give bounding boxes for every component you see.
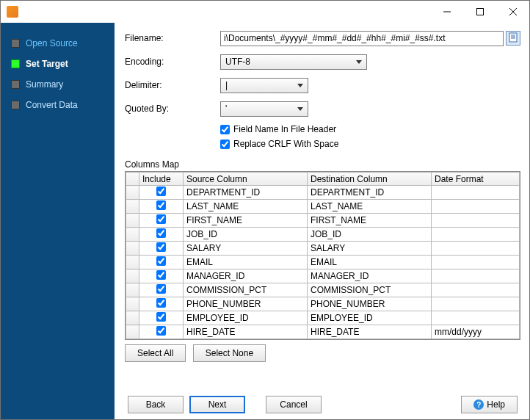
date-format-cell[interactable]	[432, 283, 520, 297]
include-checkbox[interactable]	[156, 242, 166, 252]
source-column-cell[interactable]: FIRST_NAME	[184, 214, 308, 228]
table-row[interactable]: FIRST_NAMEFIRST_NAME	[126, 214, 520, 228]
delimiter-label: Delimiter:	[125, 80, 220, 90]
destination-column-cell[interactable]: HIRE_DATE	[308, 325, 432, 339]
filename-input[interactable]	[220, 31, 504, 46]
col-datefmt[interactable]: Date Format	[432, 173, 520, 186]
source-column-cell[interactable]: HIRE_DATE	[184, 325, 308, 339]
include-checkbox[interactable]	[156, 200, 166, 210]
include-checkbox[interactable]	[156, 228, 166, 238]
source-column-cell[interactable]: MANAGER_ID	[184, 269, 308, 283]
col-source[interactable]: Source Column	[184, 173, 308, 186]
cancel-button[interactable]: Cancel	[266, 396, 322, 413]
row-header[interactable]	[126, 214, 139, 228]
encoding-select[interactable]: UTF-8	[220, 54, 367, 70]
row-header[interactable]	[126, 311, 139, 325]
row-header[interactable]	[126, 242, 139, 256]
row-header[interactable]	[126, 200, 139, 214]
date-format-cell[interactable]	[432, 297, 520, 311]
encoding-label: Encoding:	[125, 57, 220, 67]
table-row[interactable]: EMPLOYEE_IDEMPLOYEE_ID	[126, 311, 520, 325]
include-checkbox[interactable]	[156, 256, 166, 266]
date-format-cell[interactable]	[432, 269, 520, 283]
include-checkbox[interactable]	[156, 270, 166, 280]
help-button[interactable]: ? Help	[461, 396, 518, 413]
table-row[interactable]: MANAGER_IDMANAGER_ID	[126, 269, 520, 283]
date-format-cell[interactable]	[432, 311, 520, 325]
source-column-cell[interactable]: EMPLOYEE_ID	[184, 311, 308, 325]
footer-bar: Back Next Cancel ? Help	[125, 390, 520, 413]
source-column-cell[interactable]: COMMISSION_PCT	[184, 283, 308, 297]
table-row[interactable]: PHONE_NUMBERPHONE_NUMBER	[126, 297, 520, 311]
table-row[interactable]: COMMISSION_PCTCOMMISSION_PCT	[126, 283, 520, 297]
next-button[interactable]: Next	[189, 396, 245, 413]
back-button[interactable]: Back	[128, 396, 184, 413]
include-checkbox[interactable]	[156, 187, 166, 196]
main-panel: Filename: Encoding: UTF-8 Delimiter: | Q…	[115, 23, 529, 419]
source-column-cell[interactable]: LAST_NAME	[184, 200, 308, 214]
source-column-cell[interactable]: JOB_ID	[184, 228, 308, 242]
source-column-cell[interactable]: PHONE_NUMBER	[184, 297, 308, 311]
destination-column-cell[interactable]: LAST_NAME	[308, 200, 432, 214]
include-checkbox[interactable]	[156, 312, 166, 322]
replace-crlf-checkbox[interactable]	[220, 140, 230, 149]
date-format-cell[interactable]	[432, 186, 520, 200]
row-header[interactable]	[126, 297, 139, 311]
destination-column-cell[interactable]: COMMISSION_PCT	[308, 283, 432, 297]
row-header[interactable]	[126, 325, 139, 339]
quoted-by-select[interactable]: '	[220, 101, 308, 117]
date-format-cell[interactable]	[432, 228, 520, 242]
destination-column-cell[interactable]: FIRST_NAME	[308, 214, 432, 228]
include-checkbox[interactable]	[156, 298, 166, 308]
date-format-cell[interactable]	[432, 214, 520, 228]
row-header[interactable]	[126, 269, 139, 283]
destination-column-cell[interactable]: PHONE_NUMBER	[308, 297, 432, 311]
date-format-cell[interactable]	[432, 200, 520, 214]
row-header[interactable]	[126, 228, 139, 242]
date-format-cell[interactable]: mm/dd/yyyy	[432, 325, 520, 339]
select-none-button[interactable]: Select None	[193, 344, 266, 362]
table-row[interactable]: JOB_IDJOB_ID	[126, 228, 520, 242]
include-checkbox[interactable]	[156, 214, 166, 224]
include-checkbox[interactable]	[156, 326, 166, 336]
col-dest[interactable]: Destination Column	[308, 173, 432, 186]
row-header[interactable]	[126, 186, 139, 200]
source-column-cell[interactable]: EMAIL	[184, 256, 308, 269]
browse-button[interactable]	[506, 31, 520, 46]
table-row[interactable]: DEPARTMENT_IDDEPARTMENT_ID	[126, 186, 520, 200]
source-column-cell[interactable]: DEPARTMENT_ID	[184, 186, 308, 200]
select-all-button[interactable]: Select All	[125, 344, 186, 362]
titlebar	[1, 1, 529, 23]
field-name-header-checkbox[interactable]	[220, 125, 230, 134]
svg-rect-1	[476, 9, 483, 15]
table-row[interactable]: HIRE_DATEHIRE_DATEmm/dd/yyyy	[126, 325, 520, 339]
col-include[interactable]: Include	[139, 173, 184, 186]
columns-map-label: Columns Map	[125, 159, 520, 170]
table-row[interactable]: LAST_NAMELAST_NAME	[126, 200, 520, 214]
delimiter-select[interactable]: |	[220, 78, 308, 93]
destination-column-cell[interactable]: DEPARTMENT_ID	[308, 186, 432, 200]
table-row[interactable]: EMAILEMAIL	[126, 256, 520, 269]
source-column-cell[interactable]: SALARY	[184, 242, 308, 256]
destination-column-cell[interactable]: MANAGER_ID	[308, 269, 432, 283]
step-set-target[interactable]: Set Target	[1, 54, 115, 74]
table-row[interactable]: SALARYSALARY	[126, 242, 520, 256]
destination-column-cell[interactable]: EMPLOYEE_ID	[308, 311, 432, 325]
step-summary[interactable]: Summary	[1, 74, 115, 95]
row-header[interactable]	[126, 283, 139, 297]
destination-column-cell[interactable]: SALARY	[308, 242, 432, 256]
step-open-source[interactable]: Open Source	[1, 33, 115, 54]
date-format-cell[interactable]	[432, 256, 520, 269]
date-format-cell[interactable]	[432, 242, 520, 256]
destination-column-cell[interactable]: EMAIL	[308, 256, 432, 269]
row-header[interactable]	[126, 256, 139, 269]
replace-crlf-label: Replace CRLF With Space	[233, 139, 338, 149]
maximize-button[interactable]	[463, 1, 496, 23]
include-checkbox[interactable]	[156, 284, 166, 294]
close-button[interactable]	[496, 1, 529, 23]
help-icon: ?	[473, 399, 484, 410]
step-convert-data[interactable]: Convert Data	[1, 95, 115, 115]
destination-column-cell[interactable]: JOB_ID	[308, 228, 432, 242]
filename-label: Filename:	[125, 33, 220, 43]
minimize-button[interactable]	[430, 1, 463, 23]
